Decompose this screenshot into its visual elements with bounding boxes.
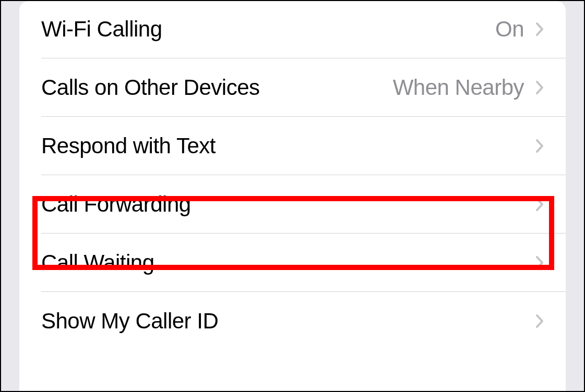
chevron-right-icon (535, 22, 544, 36)
setting-value: On (495, 17, 524, 42)
chevron-right-icon (535, 139, 544, 153)
setting-label: Show My Caller ID (41, 309, 535, 334)
setting-value: When Nearby (393, 75, 524, 100)
setting-row-wifi-calling[interactable]: Wi-Fi Calling On (19, 1, 566, 58)
setting-row-call-waiting[interactable]: Call Waiting (19, 234, 566, 292)
settings-panel: Wi-Fi Calling On Calls on Other Devices … (19, 1, 566, 391)
setting-label: Call Waiting (41, 250, 535, 275)
setting-row-respond-text[interactable]: Respond with Text (19, 117, 566, 175)
setting-row-call-forwarding[interactable]: Call Forwarding (19, 175, 566, 234)
setting-label: Respond with Text (41, 133, 535, 158)
setting-label: Call Forwarding (41, 192, 535, 217)
chevron-right-icon (535, 314, 544, 328)
chevron-right-icon (535, 255, 544, 270)
chevron-right-icon (535, 197, 544, 212)
setting-row-caller-id[interactable]: Show My Caller ID (19, 292, 566, 343)
setting-label: Wi-Fi Calling (41, 17, 495, 42)
setting-row-calls-other-devices[interactable]: Calls on Other Devices When Nearby (19, 58, 566, 117)
setting-label: Calls on Other Devices (41, 75, 393, 100)
chevron-right-icon (535, 80, 544, 95)
